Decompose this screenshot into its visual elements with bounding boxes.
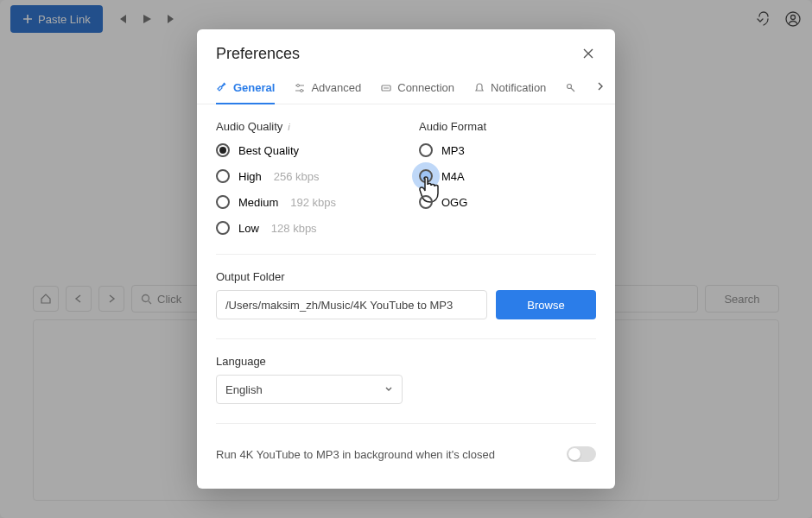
wrench-icon: [216, 81, 228, 93]
radio-low[interactable]: Low 128 kbps: [216, 221, 393, 235]
radio-icon: [216, 143, 230, 157]
toggle-run-background: Run 4K YouTube to MP3 in background when…: [216, 439, 596, 469]
language-label: Language: [216, 355, 596, 368]
audio-format-label: Audio Format: [419, 120, 596, 133]
tab-advanced[interactable]: Advanced: [294, 72, 361, 104]
tabs: General Advanced Connection Notification: [197, 72, 615, 104]
modal-body: Audio Quality i Best Quality High 256 kb…: [197, 104, 615, 469]
output-folder-input[interactable]: [216, 290, 487, 319]
radio-ogg[interactable]: OGG: [419, 195, 596, 209]
app-window: Paste Link Click Search Preferences: [0, 0, 812, 518]
audio-section: Audio Quality i Best Quality High 256 kb…: [216, 120, 596, 235]
radio-icon: [419, 195, 433, 209]
tab-notification[interactable]: Notification: [473, 72, 546, 104]
audio-format-options: MP3 M4A OGG: [419, 143, 596, 209]
bell-icon: [473, 82, 485, 94]
svg-point-3: [297, 84, 300, 86]
radio-best-quality[interactable]: Best Quality: [216, 143, 393, 157]
browse-button[interactable]: Browse: [496, 290, 596, 319]
divider: [216, 338, 596, 339]
radio-icon: [216, 169, 230, 183]
audio-format-column: Audio Format MP3 M4A: [419, 120, 596, 235]
modal-title: Preferences: [216, 45, 300, 63]
audio-quality-column: Audio Quality i Best Quality High 256 kb…: [216, 120, 393, 235]
divider: [216, 423, 596, 424]
info-icon[interactable]: i: [288, 122, 289, 132]
radio-high[interactable]: High 256 kbps: [216, 169, 393, 183]
audio-quality-options: Best Quality High 256 kbps Medium 192 kb…: [216, 143, 393, 235]
radio-icon: [419, 169, 433, 183]
output-folder-section: Output Folder Browse: [216, 270, 596, 319]
tab-more[interactable]: [565, 72, 577, 104]
chevron-down-icon: [384, 385, 393, 394]
modal-header: Preferences: [197, 29, 615, 72]
radio-icon: [216, 195, 230, 209]
preferences-modal: Preferences General Advanced Connection …: [197, 29, 615, 489]
sliders-icon: [294, 82, 306, 94]
tab-general[interactable]: General: [216, 73, 275, 104]
radio-mp3[interactable]: MP3: [419, 143, 596, 157]
tabs-scroll-right-icon[interactable]: [596, 82, 605, 94]
key-icon: [565, 82, 577, 94]
toggle-switch[interactable]: [567, 446, 596, 462]
close-icon[interactable]: [582, 47, 596, 61]
radio-icon: [419, 143, 433, 157]
audio-quality-label: Audio Quality i: [216, 120, 393, 133]
language-select[interactable]: English: [216, 375, 403, 404]
divider: [216, 254, 596, 255]
radio-m4a[interactable]: M4A: [419, 169, 596, 183]
svg-point-4: [301, 89, 303, 92]
radio-medium[interactable]: Medium 192 kbps: [216, 195, 393, 209]
output-folder-label: Output Folder: [216, 270, 596, 283]
language-section: Language English: [216, 355, 596, 404]
svg-point-6: [568, 84, 572, 88]
radio-icon: [216, 221, 230, 235]
output-folder-row: Browse: [216, 290, 596, 319]
connection-icon: [380, 82, 392, 94]
tab-connection[interactable]: Connection: [380, 72, 454, 104]
